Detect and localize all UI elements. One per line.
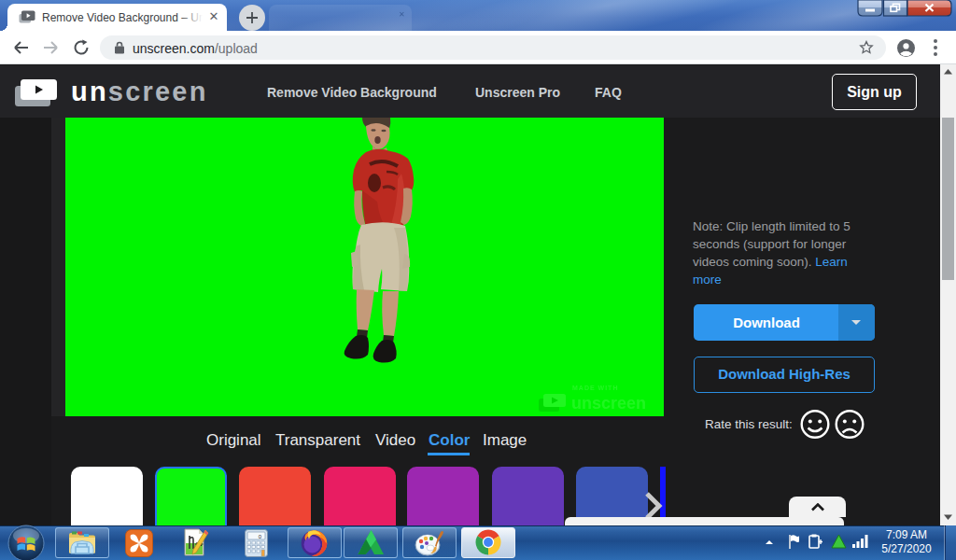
svg-text:MADE WITH: MADE WITH	[572, 385, 618, 391]
svg-text:unscreen: unscreen	[571, 394, 646, 413]
